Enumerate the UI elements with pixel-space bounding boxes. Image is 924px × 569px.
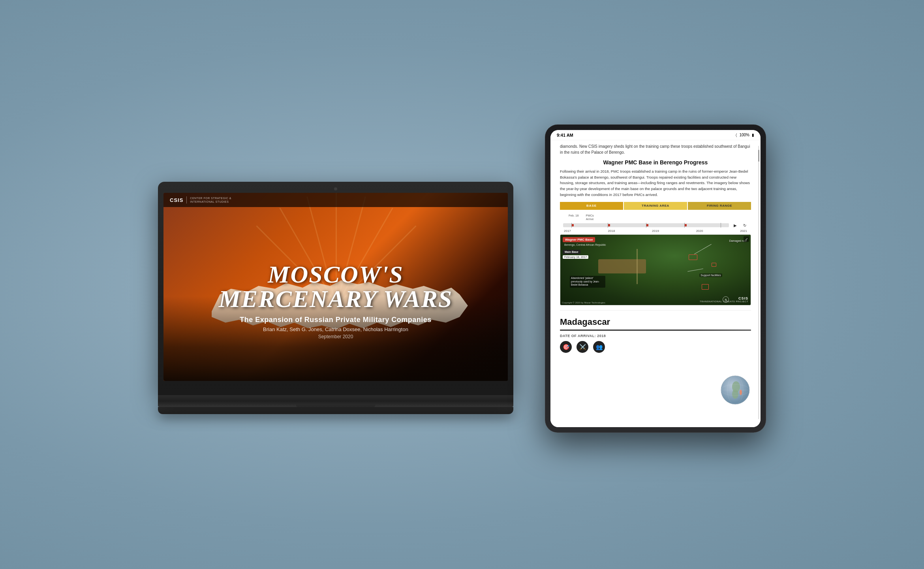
tablet-scrollbar-thumb[interactable] [758,150,759,162]
timeline-play-button[interactable]: ▶ [732,222,738,228]
laptop-top-bar: CSIS CENTER FOR STRATEGIC & INTERNATIONA… [163,193,508,207]
icon-people: 👥 [593,341,605,353]
sat-building-2 [702,284,709,290]
timeline-pmcs-label: PMCs Arrive [586,214,593,222]
csis-sat-logo-project: TRANSNATIONAL THREATS PROJECT [700,300,748,303]
laptop-camera [334,187,337,190]
laptop: CSIS CENTER FOR STRATEGIC & INTERNATIONA… [158,182,513,411]
tablet-article: diamonds. New CSIS imagery sheds light o… [560,140,751,353]
tablet-status-icons: 〈 100% ▮ [736,133,754,138]
timeline-tick-4 [684,223,685,228]
year-2020: 2020 [696,229,703,233]
timeline-bar-row: ▶ ↻ [563,222,748,228]
sat-annotation-palace: Abandoned 'palace' previously used by Je… [570,276,605,287]
battery-icon: ▮ [752,133,754,137]
sat-building-3 [712,263,716,267]
csis-logo: CSIS CENTER FOR STRATEGIC & INTERNATIONA… [170,196,231,203]
laptop-subtitle: The Expansion of Russian Private Militar… [163,316,508,324]
sat-annotation-support: Support facilities [699,273,722,277]
legend-training: TRAINING AREA [624,202,687,210]
tablet-scrollbar[interactable] [758,146,759,419]
legend-firing: FIRING RANGE [688,202,751,210]
timeline-bar [563,223,729,227]
laptop-screen-content: CSIS CENTER FOR STRATEGIC & INTERNATIONA… [163,193,508,381]
laptop-body: CSIS CENTER FOR STRATEGIC & INTERNATIONA… [158,182,513,395]
year-2018: 2018 [608,229,615,233]
laptop-screen: CSIS CENTER FOR STRATEGIC & INTERNATIONA… [163,193,508,381]
timeline-tick-1 [571,223,572,228]
year-2017: 2017 [564,229,571,233]
tablet-section-title: Wagner PMC Base in Berengo Progress [560,159,751,166]
laptop-date: September 2020 [163,334,508,339]
tablet-partial-text: diamonds. New CSIS imagery sheds light o… [560,143,751,155]
wagner-label: Wagner PMC Base [563,237,595,242]
satellite-road [637,249,638,284]
timeline-controls[interactable]: ▶ ↻ [732,222,748,228]
satellite-clearing [598,259,646,273]
main-base-badge: Main Base [563,250,580,254]
satellite-copyright: Copyright © 2020 by Maxar Technologies [562,301,605,304]
madagascar-bar [560,330,751,331]
timeline-tick-3 [646,223,646,228]
tablet-time: 9:41 AM [557,133,573,138]
legend-base: BASE [560,202,623,210]
timeline-reset-button[interactable]: ↻ [742,222,748,228]
sat-date-badge: February 18, 2017 [563,255,588,259]
timeline-tick-5 [721,223,721,228]
globe-container [719,374,751,407]
csis-tagline-1: CENTER FOR STRATEGIC & [190,196,231,200]
scene: CSIS CENTER FOR STRATEGIC & INTERNATIONA… [28,32,896,537]
laptop-stand [158,407,513,414]
csis-satellite-logo: CSIS TRANSNATIONAL THREATS PROJECT [700,296,748,303]
madagascar-date-label: DATE OF ARRIVAL: 2018 [560,334,751,338]
laptop-authors: Brian Katz, Seth G. Jones, Catrina Doxse… [163,326,508,332]
wifi-icon: 〈 [736,133,737,138]
csis-sat-logo-text: CSIS [738,296,748,300]
tablet: 9:41 AM 〈 100% ▮ diamonds. New CSIS imag… [545,124,766,433]
svg-point-2 [732,389,738,399]
tablet-body: 9:41 AM 〈 100% ▮ diamonds. New CSIS imag… [545,124,766,433]
laptop-main-title-1: MOSCOW'S [163,262,508,286]
csis-logo-divider [186,196,187,203]
sat-building-1 [689,254,697,260]
madagascar-section: Madagascar DATE OF ARRIVAL: 2018 🎯 ⚔️ 👥 [560,310,751,353]
tablet-body-text: Following their arrival in 2018, PMC tro… [560,169,751,198]
timeline-years: 2017 2018 2019 2020 2021 [563,229,748,233]
wagner-sublabel: Berengo, Central African Republic [563,243,607,246]
madagascar-icons-row: 🎯 ⚔️ 👥 [560,341,751,353]
year-2019: 2019 [652,229,659,233]
icon-target: 🎯 [560,341,572,353]
csis-logo-text: CSIS [170,197,183,203]
sat-expand-button[interactable]: ⤢ [744,236,749,242]
csis-logo-tagline: CENTER FOR STRATEGIC & INTERNATIONAL STU… [190,196,231,203]
timeline-feb-label: Feb. 18 [569,214,578,217]
tablet-status-bar: 9:41 AM 〈 100% ▮ [550,130,761,140]
globe-svg [719,374,751,406]
laptop-main-title-2: MERCENARY WARS [163,286,508,311]
satellite-image: Wagner PMC Base Berengo, Central African… [560,234,751,305]
timeline-tick-2 [608,223,608,228]
madagascar-title: Madagascar [560,317,751,327]
timeline-legend: BASE TRAINING AREA FIRING RANGE [560,202,751,210]
tablet-screen: 9:41 AM 〈 100% ▮ diamonds. New CSIS imag… [550,130,761,427]
icon-tools: ⚔️ [577,341,588,353]
csis-tagline-2: INTERNATIONAL STUDIES [190,200,231,203]
year-2021: 2021 [740,229,747,233]
battery-text: 100% [739,133,749,137]
svg-point-3 [740,390,742,395]
laptop-base [158,395,513,407]
timeline-container: Feb. 18 PMCs Arrive [560,214,751,233]
laptop-title-area: MOSCOW'S MERCENARY WARS The Expansion of… [163,262,508,339]
